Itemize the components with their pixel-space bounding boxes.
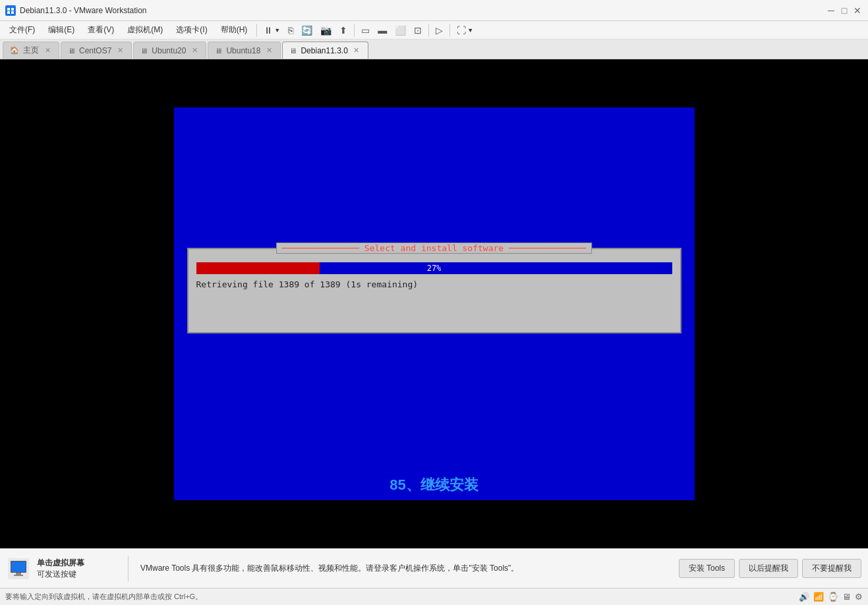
status-icons: 🔊 📶 ⌚ 🖥 ⚙ (799, 592, 863, 602)
window-controls: ─ □ ✕ (826, 5, 863, 16)
install-tools-button[interactable]: 安装 Tools (679, 559, 735, 578)
maximize-button[interactable]: □ (839, 5, 850, 16)
tab-centos7-close[interactable]: ✕ (115, 46, 125, 55)
toolbar-fullscreen-btn[interactable]: ⛶ ▼ (453, 23, 477, 38)
view3-icon: ⬜ (395, 25, 406, 36)
home-icon: 🏠 (10, 46, 19, 55)
menu-file[interactable]: 文件(F) (3, 22, 42, 38)
menu-edit[interactable]: 编辑(E) (42, 22, 81, 38)
remind-later-button[interactable]: 以后提醒我 (739, 559, 798, 578)
tools-buttons: 安装 Tools 以后提醒我 不要提醒我 (679, 559, 861, 578)
tab-ubuntu18-close[interactable]: ✕ (264, 46, 274, 55)
menu-vm[interactable]: 虚拟机(M) (121, 22, 169, 38)
svg-rect-4 (11, 11, 14, 14)
tab-bar: 🏠 主页 ✕ 🖥 CentOS7 ✕ 🖥 Ubuntu20 ✕ 🖥 Ubuntu… (0, 40, 868, 59)
fullscreen-icon: ⛶ (457, 25, 466, 36)
toolbar-view1-btn[interactable]: ▭ (357, 23, 374, 38)
status-icon-4: 🖥 (842, 592, 851, 602)
vm-icon (8, 558, 29, 579)
view1-icon: ▭ (361, 25, 370, 36)
tab-debian[interactable]: 🖥 Debian11.3.0 ✕ (282, 42, 368, 59)
svg-rect-7 (11, 562, 26, 572)
status-message: 要将输入定向到该虚拟机，请在虚拟机内部单击或按 Ctrl+G。 (5, 592, 799, 602)
dialog-title-text: ─────────────── Select and install softw… (282, 243, 587, 253)
tab-ubuntu20[interactable]: 🖥 Ubuntu20 ✕ (133, 42, 206, 59)
minimize-button[interactable]: ─ (826, 5, 836, 16)
toolbar-separator-2 (354, 24, 355, 37)
console-icon: ▷ (436, 25, 443, 36)
svg-rect-0 (6, 6, 15, 15)
restore-icon: ⬆ (339, 25, 347, 36)
centos7-icon: 🖥 (68, 47, 75, 55)
tools-click-hint: 单击虚拟屏幕 可发送按键 (37, 558, 116, 580)
snapshot2-icon: 📷 (320, 25, 332, 36)
dialog-message: Retrieving file 1389 of 1389 (1s remaini… (196, 279, 672, 289)
pause-dropdown-icon: ▼ (274, 27, 280, 34)
main-area[interactable]: ─────────────── Select and install softw… (0, 59, 868, 548)
svg-rect-8 (16, 573, 21, 575)
view4-icon: ⊡ (414, 25, 422, 36)
svg-rect-9 (14, 575, 23, 576)
window-title: Debian11.3.0 - VMware Workstation (20, 6, 822, 15)
tab-ubuntu20-close[interactable]: ✕ (190, 46, 199, 55)
tools-description-text: VMware Tools 具有很多功能，能改善鼠标移动性、视频和性能。请登录客户… (140, 563, 519, 573)
tab-centos7-label: CentOS7 (79, 46, 111, 55)
toolbar-view3-btn[interactable]: ⬜ (391, 23, 410, 38)
view2-icon: ▬ (378, 25, 387, 36)
tab-ubuntu18-label: Ubuntu18 (226, 46, 260, 55)
tools-notification-bar: 单击虚拟屏幕 可发送按键 VMware Tools 具有很多功能，能改善鼠标移动… (0, 548, 868, 588)
tab-ubuntu18[interactable]: 🖥 Ubuntu18 ✕ (208, 42, 281, 59)
status-icon-2: 📶 (813, 592, 824, 602)
menu-view[interactable]: 查看(V) (81, 22, 121, 38)
toolbar-snapshot-btn[interactable]: 🔄 (297, 23, 316, 38)
status-bar: 要将输入定向到该虚拟机，请在虚拟机内部单击或按 Ctrl+G。 🔊 📶 ⌚ 🖥 … (0, 588, 868, 605)
bottom-blue-text: 85、继续安装 (174, 475, 695, 495)
snapshot-icon: 🔄 (301, 25, 312, 36)
menu-tabs[interactable]: 选项卡(I) (169, 22, 214, 38)
svg-rect-3 (7, 11, 10, 14)
status-icon-5: ⚙ (855, 592, 863, 602)
ubuntu20-icon: 🖥 (140, 47, 148, 55)
dialog-title-bar: ─────────────── Select and install softw… (276, 243, 593, 254)
svg-rect-1 (7, 8, 10, 11)
tab-home[interactable]: 🏠 主页 ✕ (3, 42, 59, 59)
progress-bar-background: 27% (196, 262, 672, 274)
tab-debian-label: Debian11.3.0 (301, 46, 347, 55)
toolbar-send-ctrl-btn[interactable]: ⎘ (284, 23, 297, 38)
toolbar-view4-btn[interactable]: ⊡ (410, 23, 426, 38)
tools-click-hint-line1: 单击虚拟屏幕 (37, 558, 116, 569)
vm-screen[interactable]: ─────────────── Select and install softw… (174, 107, 695, 500)
ubuntu18-icon: 🖥 (215, 47, 222, 55)
menu-help[interactable]: 帮助(H) (214, 22, 254, 38)
menu-bar: 文件(F) 编辑(E) 查看(V) 虚拟机(M) 选项卡(I) 帮助(H) ⏸ … (0, 21, 868, 40)
debian-icon: 🖥 (289, 47, 297, 55)
toolbar-separator-4 (449, 24, 450, 37)
tab-home-close[interactable]: ✕ (43, 46, 52, 55)
status-icon-3: ⌚ (828, 592, 838, 602)
close-button[interactable]: ✕ (852, 5, 863, 16)
title-bar: Debian11.3.0 - VMware Workstation ─ □ ✕ (0, 0, 868, 21)
toolbar-console-btn[interactable]: ▷ (432, 23, 447, 38)
progress-label: 27% (196, 262, 672, 274)
tab-centos7[interactable]: 🖥 CentOS7 ✕ (61, 42, 132, 59)
progress-bar-container: 27% (196, 262, 672, 274)
svg-rect-2 (11, 8, 14, 11)
fullscreen-dropdown-icon: ▼ (467, 27, 473, 34)
tools-click-hint-line2: 可发送按键 (37, 569, 116, 580)
tab-home-label: 主页 (23, 45, 39, 56)
tools-description: VMware Tools 具有很多功能，能改善鼠标移动性、视频和性能。请登录客户… (140, 563, 672, 574)
toolbar-snapshot2-btn[interactable]: 📷 (316, 23, 335, 38)
toolbar-separator-3 (428, 24, 429, 37)
toolbar-restore-btn[interactable]: ⬆ (335, 23, 351, 38)
toolbar-pause-btn[interactable]: ⏸ ▼ (260, 23, 284, 38)
tab-debian-close[interactable]: ✕ (352, 46, 361, 55)
tools-separator (128, 556, 129, 582)
status-icon-1: 🔊 (799, 592, 809, 602)
install-dialog: ─────────────── Select and install softw… (187, 248, 681, 333)
tools-icon-area (7, 557, 30, 581)
no-remind-button[interactable]: 不要提醒我 (802, 559, 861, 578)
toolbar-view2-btn[interactable]: ▬ (374, 23, 391, 38)
toolbar-separator-1 (256, 24, 257, 37)
send-ctrl-icon: ⎘ (288, 25, 293, 36)
app-icon (5, 5, 16, 16)
